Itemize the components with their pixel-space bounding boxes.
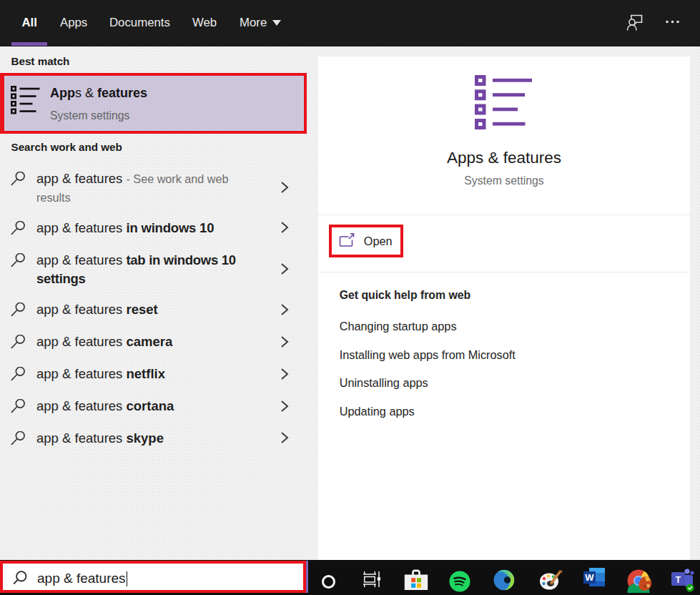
- svg-text:W: W: [585, 572, 594, 583]
- svg-text:T: T: [676, 575, 681, 585]
